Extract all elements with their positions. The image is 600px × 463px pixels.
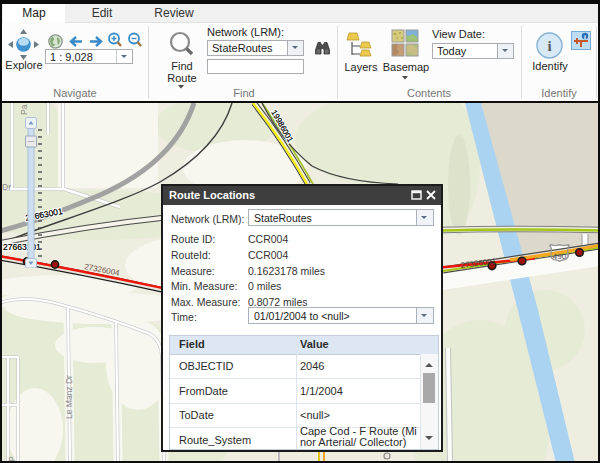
svg-text:Le Manz Dr: Le Manz Dr <box>64 375 74 419</box>
svg-text:Dr: Dr <box>2 182 11 192</box>
svg-text:i: i <box>547 38 551 54</box>
svg-text:490: 490 <box>553 252 567 261</box>
svg-text:i: i <box>584 33 586 40</box>
svg-text:Pa: Pa <box>19 104 29 115</box>
